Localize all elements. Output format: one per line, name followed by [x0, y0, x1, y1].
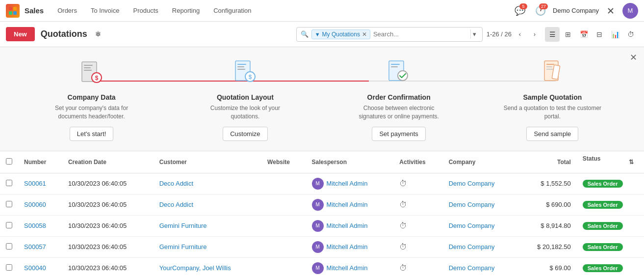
col-number[interactable]: Number	[18, 151, 62, 173]
col-total[interactable]: Total	[518, 151, 577, 173]
pivot-view-button[interactable]: ⊟	[592, 27, 607, 42]
nav-to-invoice[interactable]: To Invoice	[85, 4, 126, 17]
row-checkbox-2[interactable]	[6, 222, 12, 228]
col-website[interactable]: Website	[261, 151, 306, 173]
activity-clock-icon-2[interactable]: ⏱	[399, 222, 407, 230]
row-number-2[interactable]: S00058	[18, 215, 62, 236]
row-company-1[interactable]: Demo Company	[443, 194, 518, 215]
row-customer-4[interactable]: YourCompany, Joel Willis	[154, 257, 261, 278]
row-customer-3[interactable]: Gemini Furniture	[154, 236, 261, 257]
company-link-1[interactable]: Demo Company	[449, 201, 495, 208]
salesperson-link-4[interactable]: Mitchell Admin	[327, 264, 368, 272]
nav-orders[interactable]: Orders	[52, 4, 83, 17]
messaging-button[interactable]: 💬 5	[512, 2, 528, 19]
app-logo[interactable]	[6, 4, 20, 18]
new-button[interactable]: New	[6, 27, 35, 41]
step-order-confirmation: Order Confirmation Choose between electr…	[322, 57, 476, 141]
row-number-4[interactable]: S00040	[18, 257, 62, 278]
row-company-4[interactable]: Demo Company	[443, 257, 518, 278]
column-filter-button[interactable]: ⇅	[624, 155, 638, 169]
calendar-view-button[interactable]: 📅	[576, 27, 591, 42]
nav-products[interactable]: Products	[127, 4, 164, 17]
search-filter-tag[interactable]: ▼ My Quotations ✕	[311, 29, 370, 39]
customer-link-0[interactable]: Deco Addict	[159, 180, 193, 187]
company-link-3[interactable]: Demo Company	[449, 243, 495, 250]
select-all-checkbox[interactable]	[6, 158, 12, 165]
company-link-4[interactable]: Demo Company	[449, 264, 495, 272]
row-company-3[interactable]: Demo Company	[443, 236, 518, 257]
row-salesperson-0: M Mitchell Admin	[306, 173, 394, 194]
row-activities-1[interactable]: ⏱	[393, 194, 442, 215]
activity-clock-icon-0[interactable]: ⏱	[399, 179, 407, 188]
col-creation-date[interactable]: Creation Date	[62, 151, 154, 173]
salesperson-link-1[interactable]: Mitchell Admin	[327, 201, 368, 208]
col-status[interactable]: Status ⇅	[577, 151, 644, 173]
nav-configuration[interactable]: Configuration	[207, 4, 257, 17]
search-dropdown-button[interactable]: ▾	[470, 29, 478, 39]
svg-rect-9	[84, 70, 92, 71]
app-name[interactable]: Sales	[25, 6, 44, 15]
row-checkbox-1[interactable]	[6, 201, 12, 207]
customer-link-4[interactable]: YourCompany, Joel Willis	[159, 264, 231, 272]
row-activities-0[interactable]: ⏱	[393, 173, 442, 194]
row-number-0[interactable]: S00061	[18, 173, 62, 194]
order-number-link-4[interactable]: S00040	[24, 264, 46, 272]
row-number-1[interactable]: S00060	[18, 194, 62, 215]
nav-reporting[interactable]: Reporting	[166, 4, 206, 17]
row-activities-4[interactable]: ⏱	[393, 257, 442, 278]
step-sample-quotation-button[interactable]: Send sample	[526, 127, 578, 141]
row-customer-1[interactable]: Deco Addict	[154, 194, 261, 215]
row-customer-2[interactable]: Gemini Furniture	[154, 215, 261, 236]
row-activities-2[interactable]: ⏱	[393, 215, 442, 236]
salesperson-link-2[interactable]: Mitchell Admin	[327, 222, 368, 229]
customer-link-3[interactable]: Gemini Furniture	[159, 243, 207, 250]
activity-clock-icon-1[interactable]: ⏱	[399, 200, 407, 209]
activity-clock-icon-4[interactable]: ⏱	[399, 264, 407, 272]
step-order-confirmation-button[interactable]: Set payments	[372, 127, 426, 141]
row-status-4: Sales Order	[577, 257, 644, 278]
order-number-link-3[interactable]: S00057	[24, 243, 46, 250]
row-activities-3[interactable]: ⏱	[393, 236, 442, 257]
row-company-0[interactable]: Demo Company	[443, 173, 518, 194]
debug-icon-button[interactable]	[603, 3, 618, 19]
kanban-view-button[interactable]: ⊞	[561, 27, 575, 42]
row-customer-0[interactable]: Deco Addict	[154, 173, 261, 194]
svg-rect-1	[13, 7, 17, 10]
company-link-2[interactable]: Demo Company	[449, 222, 495, 229]
company-switcher[interactable]: Demo Company	[553, 7, 599, 14]
salesperson-link-0[interactable]: Mitchell Admin	[327, 180, 368, 187]
list-view-button[interactable]: ☰	[545, 27, 560, 42]
svg-rect-19	[391, 64, 400, 65]
step-quotation-layout-button[interactable]: Customize	[223, 127, 267, 141]
activities-button[interactable]: 🕐 27	[532, 2, 549, 19]
page-title: Quotations	[41, 29, 87, 39]
row-number-3[interactable]: S00057	[18, 236, 62, 257]
col-activities[interactable]: Activities	[393, 151, 442, 173]
row-salesperson-4: M Mitchell Admin	[306, 257, 394, 278]
activity-view-button[interactable]: ⏱	[623, 27, 638, 42]
row-checkbox-0[interactable]	[6, 180, 12, 186]
banner-close-button[interactable]: ✕	[630, 52, 637, 63]
row-company-2[interactable]: Demo Company	[443, 215, 518, 236]
row-checkbox-3[interactable]	[6, 243, 12, 250]
customer-link-2[interactable]: Gemini Furniture	[159, 222, 207, 229]
col-customer[interactable]: Customer	[154, 151, 261, 173]
row-checkbox-4[interactable]	[6, 264, 12, 271]
company-link-0[interactable]: Demo Company	[449, 180, 495, 187]
graph-view-button[interactable]: 📊	[608, 27, 622, 42]
order-number-link-1[interactable]: S00060	[24, 201, 46, 208]
activity-clock-icon-3[interactable]: ⏱	[399, 243, 407, 251]
col-salesperson[interactable]: Salesperson	[306, 151, 394, 173]
settings-gear-button[interactable]	[91, 28, 105, 41]
pagination-next-button[interactable]: ›	[528, 28, 541, 41]
search-input[interactable]	[373, 30, 465, 38]
col-company[interactable]: Company	[443, 151, 518, 173]
order-number-link-0[interactable]: S00061	[24, 180, 46, 187]
salesperson-link-3[interactable]: Mitchell Admin	[327, 243, 368, 250]
step-company-data-button[interactable]: Let's start!	[70, 127, 114, 141]
customer-link-1[interactable]: Deco Addict	[159, 201, 193, 208]
user-avatar[interactable]: M	[622, 3, 638, 19]
filter-remove-button[interactable]: ✕	[362, 31, 367, 38]
pagination-prev-button[interactable]: ‹	[514, 28, 526, 41]
order-number-link-2[interactable]: S00058	[24, 222, 46, 229]
